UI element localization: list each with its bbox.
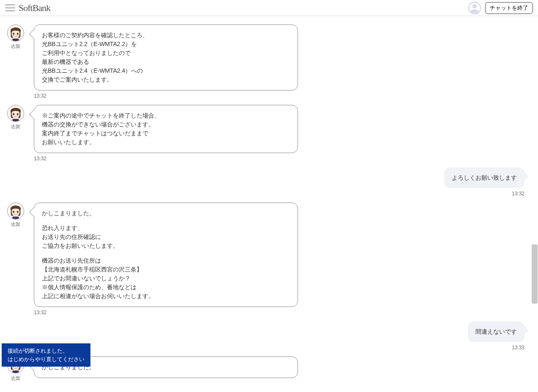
message-text-line: 間違えないです <box>475 327 517 336</box>
svg-point-15 <box>17 211 19 213</box>
message-text-line: 最新の機器である <box>42 58 290 66</box>
svg-point-5 <box>17 35 19 36</box>
agent-avatar-icon <box>7 203 24 219</box>
disconnect-line1: 接続が切断されました。 <box>8 347 85 355</box>
agent-avatar-col: 志賀 <box>5 25 26 49</box>
chat-messages-area: 志賀お客様のご契約内容を確認したところ、光BBユニット2.2（E-WMTA2.2… <box>0 16 538 392</box>
agent-avatar-icon <box>7 25 24 41</box>
end-chat-button[interactable]: チャットを終了 <box>485 2 533 14</box>
message-text-line: 光BBユニット2.2（E-WMTA2.2）を <box>42 40 290 49</box>
bubble-column: よろしくお願い致します13:32 <box>444 167 524 197</box>
message-timestamp: 13:32 <box>34 93 298 99</box>
svg-point-3 <box>17 33 19 35</box>
svg-rect-12 <box>12 119 19 121</box>
svg-rect-24 <box>12 370 19 373</box>
agent-avatar-col: 志賀 <box>5 105 26 130</box>
svg-point-10 <box>12 115 14 116</box>
bubble-column: ※ご案内の途中でチャットを終了した場合、機器の交換ができない場合がございます。案… <box>34 105 298 162</box>
message-row: 志賀かしこまりました。恐れ入ります、お送り先の住所確認にご協力をお願いいたします… <box>5 203 533 315</box>
agent-name-label: 志賀 <box>5 375 26 381</box>
message-text-line: よろしくお願い致します <box>452 173 517 182</box>
message-text-line: ご協力をお願いいたします。 <box>42 241 290 250</box>
message-text-line: 案内終了までチャットはつないだままで <box>42 129 290 138</box>
message-text-line: 機器の交換ができない場合がございます。 <box>42 120 290 129</box>
message-text-line: ※個人情報保護のため、番地などは <box>42 283 290 292</box>
message-text-line: 光BBユニット2.4（E-WMTA2.4）への <box>42 66 290 75</box>
softbank-logo: SoftBank <box>19 3 50 14</box>
user-avatar-icon[interactable] <box>468 2 481 14</box>
hamburger-menu-icon[interactable] <box>5 4 15 12</box>
svg-point-17 <box>17 213 19 214</box>
message-text-line: ※ご案内の途中でチャットを終了した場合、 <box>42 111 290 120</box>
svg-point-0 <box>472 4 477 8</box>
message-row: 志賀※ご案内の途中でチャットを終了した場合、機器の交換ができない場合がございます… <box>5 105 533 162</box>
message-row: 志賀お客様のご契約内容を確認したところ、光BBユニット2.2（E-WMTA2.2… <box>5 25 533 99</box>
svg-rect-18 <box>12 217 19 219</box>
svg-point-23 <box>17 367 19 368</box>
svg-point-2 <box>13 33 14 35</box>
app-header: SoftBank チャットを終了 <box>0 0 538 16</box>
agent-message-bubble: ※ご案内の途中でチャットを終了した場合、機器の交換ができない場合がございます。案… <box>34 105 298 153</box>
header-right: チャットを終了 <box>468 2 533 14</box>
agent-message-bubble: お客様のご契約内容を確認したところ、光BBユニット2.2（E-WMTA2.2）を… <box>34 25 298 90</box>
user-message-bubble: よろしくお願い致します <box>444 167 524 188</box>
bubble-column: 間違えないです13:33 <box>468 321 524 351</box>
message-text-line: 上記でお間違いないでしょうか？ <box>42 274 290 283</box>
svg-point-4 <box>12 35 14 36</box>
svg-point-22 <box>12 367 14 368</box>
message-text-line: 恐れ入ります、 <box>42 224 290 233</box>
message-text-line: お願いいたします。 <box>42 138 290 147</box>
message-text-line: 【北海道札幌市手稲区西宮の沢三条】 <box>42 265 290 274</box>
agent-message-bubble: かしこまりました。恐れ入ります、お送り先の住所確認にご協力をお願いいたします。機… <box>34 203 298 307</box>
message-text-line: お送り先の住所確認に <box>42 233 290 241</box>
message-timestamp: 13:33 <box>468 345 524 351</box>
message-text-line: お客様のご契約内容を確認したところ、 <box>42 31 290 40</box>
svg-point-9 <box>17 113 19 115</box>
agent-avatar-col: 志賀 <box>5 203 26 228</box>
svg-point-14 <box>13 211 14 213</box>
agent-name-label: 志賀 <box>5 221 26 228</box>
disconnect-line2: はじめからやり直してください <box>8 355 85 364</box>
agent-name-label: 志賀 <box>5 43 26 49</box>
message-text-line: 交換でご案内いたします。 <box>42 75 290 84</box>
disconnect-banner: 接続が切断されました。 はじめからやり直してください <box>2 343 90 367</box>
svg-point-16 <box>12 213 14 214</box>
message-timestamp: 13:32 <box>34 310 298 315</box>
message-text-line: 上記に相違がない場合お伺いいたします。 <box>42 292 290 301</box>
message-text-line: ご利用中となっておりましたので <box>42 49 290 58</box>
message-timestamp: 13:32 <box>34 156 298 162</box>
message-text-line: かしこまりました。 <box>42 209 290 218</box>
bubble-column: お客様のご契約内容を確認したところ、光BBユニット2.2（E-WMTA2.2）を… <box>34 25 298 99</box>
svg-point-8 <box>13 113 14 115</box>
bubble-column: かしこまりました。恐れ入ります、お送り先の住所確認にご協力をお願いいたします。機… <box>34 203 298 315</box>
svg-point-11 <box>17 115 19 116</box>
svg-rect-6 <box>12 38 19 41</box>
scrollbar-track <box>531 16 538 392</box>
agent-name-label: 志賀 <box>5 123 26 130</box>
agent-avatar-icon <box>7 105 24 122</box>
message-text-line: 機器のお送り先住所は <box>42 256 290 265</box>
message-row: よろしくお願い致します13:32 <box>5 167 533 197</box>
scrollbar-thumb[interactable] <box>532 244 538 304</box>
message-timestamp: 13:32 <box>444 191 524 197</box>
header-left: SoftBank <box>5 3 50 14</box>
user-message-bubble: 間違えないです <box>468 321 524 342</box>
